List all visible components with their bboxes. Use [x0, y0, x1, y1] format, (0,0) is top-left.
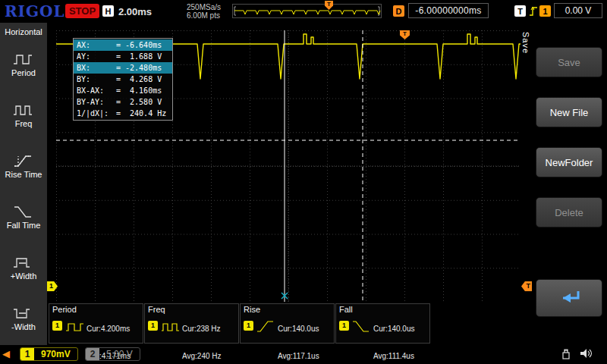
sidebar-item-label: +Width: [11, 271, 37, 281]
rise-time-icon: [13, 153, 34, 168]
sidebar-item-label: Rise Time: [5, 170, 42, 179]
freq-measure-icon: [161, 319, 184, 333]
trigger-badge: T: [514, 5, 526, 17]
run-state-badge: STOP: [65, 4, 99, 18]
sidebar-item-minus-width[interactable]: -Width: [11, 306, 36, 331]
measurement-cur: Cur:140.0us: [373, 325, 428, 334]
horizontal-badge: H: [102, 5, 114, 17]
measurement-cur: Cur:238 Hz: [182, 325, 237, 334]
minus-width-icon: [13, 306, 34, 321]
speaker-icon: [579, 347, 593, 362]
cursor-row-bx-ax: BX-AX:= 4.160ms: [74, 85, 172, 96]
sidebar-item-fall-time[interactable]: Fall Time: [7, 204, 41, 230]
rigol-logo: RIGOL: [5, 2, 65, 20]
freq-icon: [13, 102, 34, 118]
new-folder-button[interactable]: NewFolder: [536, 147, 602, 177]
measurement-bar: Period 1 Cur:4.200ms Avg:4.171ms Max:4.2…: [47, 303, 533, 345]
sidebar-item-label: Freq: [15, 119, 33, 128]
sample-rate: 250MSa/s: [187, 3, 221, 11]
cursor-readout-panel: AX:= -6.640ms AY:= 1.688 V BX:= -2.480ms…: [73, 38, 173, 121]
measurement-avg: Avg:117.1us: [278, 352, 332, 361]
preview-waveform: [233, 5, 381, 17]
trigger-level-value: 0.00 V: [554, 3, 602, 18]
delay-value: -6.00000000ms: [408, 3, 489, 18]
period-measure-icon: [65, 319, 88, 333]
timebase-value: 2.00ms: [118, 6, 152, 17]
cursor-row-ay: AY:= 1.688 V: [74, 51, 172, 62]
trigger-slope-icon: [528, 5, 539, 20]
sidebar-item-period[interactable]: Period: [11, 52, 36, 77]
measurement-freq: Freq 1 Cur:238 Hz Avg:240 Hz Max:240 Hz …: [144, 303, 239, 344]
sidebar-title: Horizontal: [0, 23, 47, 36]
cursor-row-ax: AX:= -6.640ms: [74, 39, 172, 51]
channel1-badge: 1: [148, 321, 158, 331]
measurement-fall: Fall 1 Cur:140.0us Avg:111.4us Max:140.0…: [335, 303, 430, 344]
channel1-badge: 1: [244, 321, 253, 331]
menu-tab-save: Save: [521, 32, 530, 54]
channel2-status[interactable]: 2 5.00 V: [85, 347, 140, 361]
channel2-scale: 5.00 V: [99, 348, 140, 360]
horizontal-menu-sidebar: Horizontal Period Freq Rise Time Fall Ti…: [0, 23, 47, 345]
fall-measure-icon: [352, 319, 375, 333]
plus-width-icon: [13, 255, 34, 270]
rise-measure-icon: [256, 319, 279, 333]
sidebar-item-label: Period: [11, 68, 36, 77]
channel1-badge: 1: [52, 321, 62, 331]
sidebar-item-freq[interactable]: Freq: [13, 102, 34, 128]
sidebar-item-label: Fall Time: [7, 221, 41, 230]
usb-icon: [560, 348, 572, 362]
measurement-period: Period 1 Cur:4.200ms Avg:4.171ms Max:4.2…: [49, 303, 143, 344]
period-icon: [13, 52, 34, 67]
new-file-button[interactable]: New File: [536, 97, 602, 127]
save-button[interactable]: Save: [536, 47, 602, 77]
delay-badge: D: [393, 5, 404, 17]
menu-back-arrow-icon[interactable]: ◀: [2, 348, 10, 359]
trigger-source-badge: 1: [539, 5, 551, 17]
measurement-cur: Cur:4.200ms: [86, 325, 141, 334]
cursor-row-bx: BX:= -2.480ms: [74, 62, 172, 74]
cursor-row-by-ay: BY-AY:= 2.580 V: [74, 96, 172, 108]
waveform-preview-strip[interactable]: [232, 4, 382, 18]
delete-button[interactable]: Delete: [536, 197, 602, 228]
channel1-badge: 1: [20, 348, 34, 360]
return-button[interactable]: [536, 279, 602, 317]
sidebar-item-rise-time[interactable]: Rise Time: [5, 153, 42, 179]
fall-time-icon: [13, 204, 34, 219]
channel1-badge: 1: [339, 321, 349, 331]
memory-depth: 6.00M pts: [187, 11, 221, 20]
acquisition-info: 250MSa/s 6.00M pts: [187, 3, 221, 20]
channel2-badge: 2: [86, 348, 99, 360]
sidebar-item-plus-width[interactable]: +Width: [11, 255, 37, 281]
channel1-scale: 970mV: [34, 348, 77, 360]
measurement-avg: Avg:240 Hz: [182, 352, 237, 361]
sidebar-item-label: -Width: [11, 322, 36, 331]
measurement-avg: Avg:111.4us: [373, 352, 428, 361]
cursor-row-freq: 1/|dX|:= 240.4 Hz: [74, 108, 172, 119]
measurement-rise: Rise 1 Cur:140.0us Avg:117.1us Max:140.0…: [240, 303, 335, 344]
measurement-cur: Cur:140.0us: [278, 325, 332, 334]
channel1-status[interactable]: 1 970mV: [20, 347, 78, 361]
trigger-level-marker[interactable]: T: [521, 281, 532, 291]
return-arrow-icon: [552, 289, 586, 307]
cursor-row-by: BY:= 4.268 V: [74, 74, 172, 85]
